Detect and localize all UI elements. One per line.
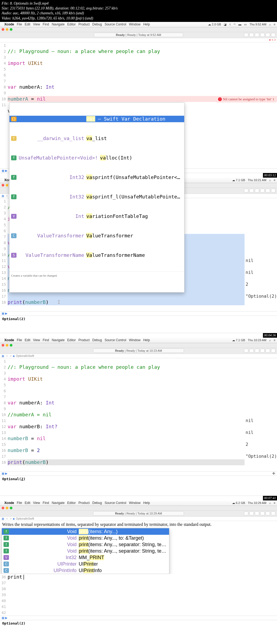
app-name[interactable]: Xcode bbox=[4, 22, 14, 26]
code-editor[interactable]: 1234567891011 //: Playground – noun: a p… bbox=[0, 42, 277, 120]
result: nil bbox=[246, 270, 277, 275]
kind-icon: V bbox=[11, 214, 17, 219]
ac-row-selected[interactable]: {}var – Swift Var Declaration bbox=[9, 116, 184, 122]
debug-bar[interactable]: ▦ ▶ bbox=[0, 616, 277, 620]
spotlight-icon[interactable]: ⌕ bbox=[269, 23, 271, 26]
code-editor[interactable]: 36373839404142 print| bbox=[0, 574, 277, 616]
bluetooth-icon[interactable]: ᚼ bbox=[229, 23, 231, 26]
add-button[interactable]: ✚ bbox=[272, 471, 275, 476]
menu-icon[interactable]: ≡ bbox=[274, 23, 275, 26]
ac-row[interactable]: fVoidprint(items: Any..., separator: Str… bbox=[2, 541, 169, 548]
screenshot-1: Xcode File Edit View Find Navigate Edito… bbox=[0, 22, 277, 173]
menu-window[interactable]: Window bbox=[129, 22, 141, 26]
ac-row[interactable]: CUIPrintInfoUIPrintInfo bbox=[2, 567, 169, 574]
ac-row[interactable]: fVoidprint(items: Any..., separator: Str… bbox=[2, 548, 169, 554]
var-name: numberA: bbox=[19, 84, 43, 90]
error-message: Nil cannot be assigned to type 'Int' bbox=[223, 96, 271, 102]
screenshot-4: Xcode FileEditViewFindNavigateEditorProd… bbox=[0, 500, 277, 644]
ac-row[interactable]: CValueTransformerValueTransformer bbox=[9, 233, 184, 239]
menu-find[interactable]: Find bbox=[43, 22, 49, 26]
kind-icon: S bbox=[11, 253, 17, 258]
kind-icon: f bbox=[11, 155, 17, 160]
window-controls bbox=[0, 27, 277, 32]
console-output: Optional(2) bbox=[0, 620, 277, 626]
clock[interactable]: Thu 10:21 AM bbox=[248, 178, 266, 182]
menu-file[interactable]: File bbox=[17, 22, 22, 26]
results-sidebar: nil nil 2 "Optional(2)\n" bbox=[245, 358, 277, 471]
ac-row[interactable]: SValueTransformerNameValueTransformerNam… bbox=[9, 252, 184, 258]
editor-mode-standard[interactable] bbox=[244, 33, 248, 37]
panel-right[interactable] bbox=[271, 33, 275, 37]
result: 2 bbox=[246, 281, 277, 287]
battery-icon[interactable]: ▭ bbox=[244, 23, 247, 26]
debug-bar[interactable]: ▦ ▶ bbox=[0, 311, 277, 316]
error-icon: ! bbox=[218, 97, 222, 101]
editor-mode-assistant[interactable] bbox=[249, 33, 254, 37]
menu-sourcecontrol[interactable]: Source Control bbox=[105, 22, 126, 26]
code-editor[interactable]: 123456789101112131415161718 //: Playgrou… bbox=[0, 358, 277, 471]
panel-left[interactable] bbox=[260, 33, 265, 37]
keyword-nil: nil bbox=[37, 96, 46, 102]
zoom-window[interactable] bbox=[10, 28, 12, 31]
memory-indicator: ☁ 2.0 GB bbox=[208, 23, 221, 26]
spotlight-icon[interactable]: ⌕ bbox=[269, 178, 271, 182]
doc-icon: ▦ bbox=[2, 194, 4, 197]
screenshot-3: Xcode FileEditViewFindNavigateEditorProd… bbox=[0, 338, 277, 496]
ac-row[interactable]: VIntvariationFontTableTag bbox=[9, 213, 184, 220]
debug-bar[interactable]: ▦ ▶ ✚ bbox=[0, 471, 277, 476]
close-window[interactable] bbox=[2, 28, 4, 31]
menu-navigate[interactable]: Navigate bbox=[52, 22, 64, 26]
ac-row[interactable]: fUnsafeMutablePointer<Void>!valloc(Int) bbox=[9, 155, 184, 161]
menu-icon[interactable]: ≡ bbox=[274, 178, 275, 182]
ident: numberA bbox=[8, 96, 28, 102]
code-area[interactable]: //: Playground – noun: a place where peo… bbox=[8, 42, 277, 120]
toolbar: Ready | Ready | Today at 9:52 AM bbox=[0, 32, 277, 38]
ac-row-selected[interactable]: fVoidprint(items: Any...) bbox=[2, 528, 169, 535]
kind-icon: C bbox=[11, 233, 17, 238]
ac-description: Writes the textual representations of it… bbox=[0, 521, 277, 528]
kind-icon: {} bbox=[11, 117, 17, 121]
results-sidebar: nil nil 2 "Optional(2)\n" bbox=[245, 198, 277, 311]
module-uikit: UIKit bbox=[28, 60, 43, 66]
adobe-icon[interactable]: ◪ bbox=[224, 23, 226, 26]
wifi-icon[interactable]: ⌔ bbox=[234, 23, 236, 26]
memory-indicator: ☁ 7.1 GB bbox=[232, 178, 245, 182]
error-banner[interactable]: !Nil cannot be assigned to type 'Int' 1 bbox=[216, 96, 276, 102]
result: "Optional(2)\n" bbox=[246, 293, 277, 299]
ac-row[interactable]: T__darwin_va_listva_list bbox=[9, 135, 184, 142]
minimize-window[interactable] bbox=[6, 28, 8, 31]
tab-bar: ● < > bbox=[0, 38, 277, 42]
menu-product[interactable]: Product bbox=[78, 22, 90, 26]
ac-row[interactable]: VInt32MM_PRINT bbox=[2, 554, 169, 561]
autocomplete-popup[interactable]: {}var – Swift Var Declaration T__darwin_… bbox=[9, 102, 184, 293]
type-int: Int bbox=[46, 84, 55, 90]
flag-icon[interactable]: ▬ bbox=[238, 23, 241, 26]
result: nil bbox=[246, 258, 277, 264]
ac-description: Creates a variable that can be changed. bbox=[9, 271, 184, 279]
video-info-header: File: 8. Optionals in Swift.mp4 Size: 23… bbox=[0, 0, 277, 22]
panel-bottom[interactable] bbox=[266, 33, 270, 37]
ac-row[interactable]: fVoidprint(items: Any..., to: &Target) bbox=[2, 535, 169, 541]
editor-mode-version[interactable] bbox=[255, 33, 259, 37]
video-line: Video: h264, yuv420p, 1280x720, 65 kb/s,… bbox=[2, 16, 275, 21]
kind-icon: f bbox=[11, 175, 17, 180]
console-output[interactable]: Optional(2) bbox=[0, 316, 277, 322]
ac-row[interactable]: fInt32vasprintf(UnsafeMutablePointer<Uns… bbox=[9, 174, 184, 181]
ac-row[interactable]: CUIPrinterUIPrinter bbox=[2, 561, 169, 567]
ac-row[interactable]: fInt32vasprintf_l(UnsafeMutablePointer<U… bbox=[9, 194, 184, 200]
keyword-var: var bbox=[8, 84, 17, 90]
keyword-import: import bbox=[8, 60, 25, 66]
menu-help[interactable]: Help bbox=[143, 22, 150, 26]
kind-icon: T bbox=[11, 136, 17, 141]
clock[interactable]: Thu 9:52 AM bbox=[249, 23, 266, 26]
menu-edit[interactable]: Edit bbox=[25, 22, 30, 26]
timestamp: 00:07:41 bbox=[263, 496, 277, 500]
autocomplete-popup[interactable]: fVoidprint(items: Any...) fVoidprint(ite… bbox=[2, 528, 169, 574]
timestamp: 00:03:12 bbox=[263, 173, 277, 178]
menu-editor[interactable]: Editor bbox=[67, 22, 76, 26]
menubar[interactable]: Xcode File Edit View Find Navigate Edito… bbox=[0, 22, 277, 27]
menu-view[interactable]: View bbox=[33, 22, 40, 26]
activity-view: Ready | Ready | Today at 9:52 AM bbox=[94, 33, 183, 37]
menu-debug[interactable]: Debug bbox=[92, 22, 102, 26]
error-count-icon[interactable]: ● < > bbox=[269, 38, 276, 41]
